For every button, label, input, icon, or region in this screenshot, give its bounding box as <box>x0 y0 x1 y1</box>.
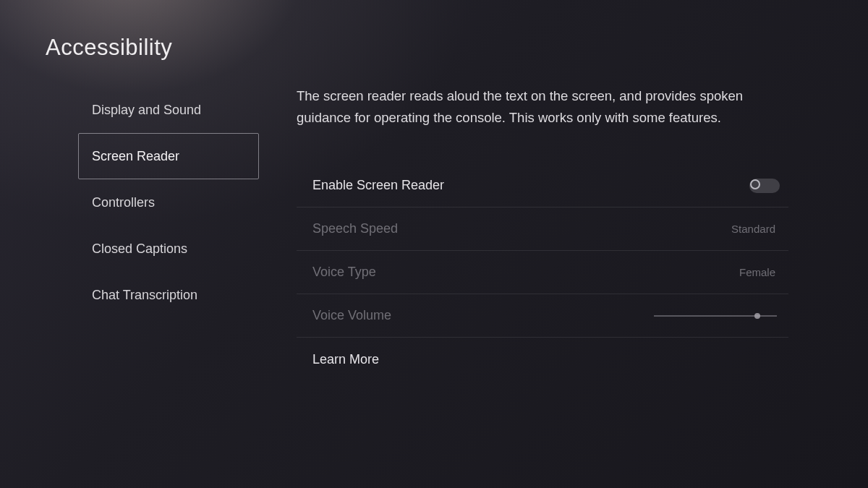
page-title: Accessibility <box>46 35 172 61</box>
toggle-switch[interactable] <box>749 179 780 193</box>
learn-more-label: Learn More <box>312 352 379 367</box>
sidebar-item-label: Chat Transcription <box>92 288 197 303</box>
sidebar-item-label: Screen Reader <box>92 149 179 164</box>
setting-learn-more[interactable]: Learn More <box>297 338 788 381</box>
main-panel: The screen reader reads aloud the text o… <box>297 85 788 381</box>
setting-speech-speed[interactable]: Speech Speed Standard <box>297 207 788 251</box>
setting-voice-type[interactable]: Voice Type Female <box>297 251 788 294</box>
sidebar-item-label: Closed Captions <box>92 241 187 257</box>
setting-label: Speech Speed <box>312 221 398 236</box>
sidebar-item-controllers[interactable]: Controllers <box>78 179 259 226</box>
sidebar-item-display-and-sound[interactable]: Display and Sound <box>78 87 259 133</box>
setting-value: Standard <box>731 223 784 235</box>
sidebar-item-screen-reader[interactable]: Screen Reader <box>78 133 259 179</box>
setting-label: Voice Type <box>312 265 376 280</box>
volume-slider[interactable] <box>654 315 777 317</box>
sidebar-item-label: Controllers <box>92 195 155 210</box>
setting-label: Voice Volume <box>312 308 391 323</box>
sidebar: Display and Sound Screen Reader Controll… <box>78 87 259 318</box>
sidebar-item-chat-transcription[interactable]: Chat Transcription <box>78 272 259 318</box>
setting-enable-screen-reader[interactable]: Enable Screen Reader <box>297 164 788 207</box>
toggle-knob-icon <box>750 179 760 189</box>
setting-voice-volume[interactable]: Voice Volume <box>297 294 788 338</box>
sidebar-item-closed-captions[interactable]: Closed Captions <box>78 226 259 272</box>
setting-label: Enable Screen Reader <box>312 178 444 193</box>
setting-value: Female <box>739 266 784 278</box>
description-text: The screen reader reads aloud the text o… <box>297 85 788 128</box>
slider-knob-icon <box>754 313 760 319</box>
sidebar-item-label: Display and Sound <box>92 103 201 118</box>
